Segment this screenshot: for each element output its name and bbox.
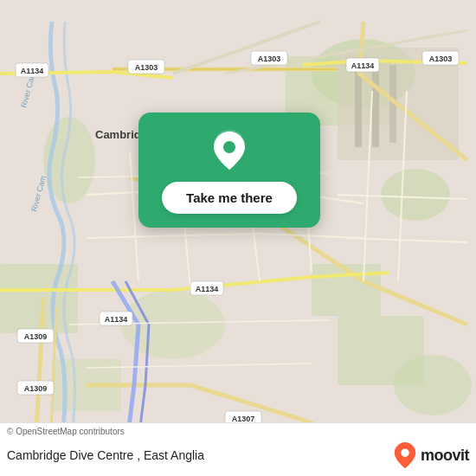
location-name: Cambridge Dive Centre , East Anglia bbox=[7, 448, 204, 462]
copyright-text: © OpenStreetMap contributors bbox=[0, 423, 476, 438]
map-background: River Cam River Cam bbox=[0, 0, 476, 476]
svg-text:A1303: A1303 bbox=[258, 55, 281, 63]
location-pin-icon bbox=[207, 128, 252, 173]
svg-point-41 bbox=[223, 141, 235, 153]
svg-text:A1303: A1303 bbox=[135, 63, 158, 72]
moovit-logo: moovit bbox=[393, 441, 469, 469]
svg-rect-6 bbox=[0, 264, 78, 333]
svg-text:A1134: A1134 bbox=[196, 285, 219, 293]
moovit-wordmark: moovit bbox=[421, 447, 469, 465]
location-region: East Anglia bbox=[144, 448, 204, 462]
location-name-text: Cambridge Dive Centre bbox=[7, 448, 133, 462]
svg-text:A1134: A1134 bbox=[105, 315, 128, 324]
take-me-there-button[interactable]: Take me there bbox=[162, 182, 297, 214]
svg-text:A1134: A1134 bbox=[351, 61, 375, 70]
location-line: Cambridge Dive Centre , East Anglia moov… bbox=[0, 438, 476, 476]
svg-text:A1309: A1309 bbox=[24, 384, 48, 393]
bottom-bar: © OpenStreetMap contributors Cambridge D… bbox=[0, 422, 476, 476]
popup-card: Take me there bbox=[138, 113, 320, 228]
svg-point-42 bbox=[401, 448, 408, 456]
location-separator: , bbox=[137, 448, 144, 462]
svg-point-3 bbox=[381, 169, 450, 221]
map-container: River Cam River Cam bbox=[0, 0, 476, 476]
svg-text:A1134: A1134 bbox=[21, 67, 44, 75]
svg-text:A1303: A1303 bbox=[429, 55, 453, 63]
svg-text:A1309: A1309 bbox=[24, 332, 48, 341]
svg-point-9 bbox=[394, 355, 472, 415]
moovit-pin-icon bbox=[393, 441, 417, 469]
svg-rect-13 bbox=[372, 61, 379, 147]
